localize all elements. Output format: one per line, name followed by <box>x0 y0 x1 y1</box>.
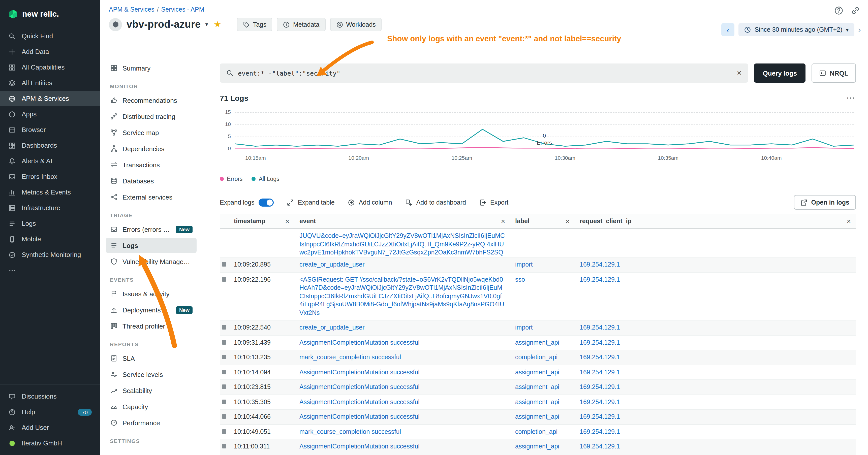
log-ip-link[interactable]: 169.254.129.1 <box>575 335 856 350</box>
column-header-event[interactable]: event × <box>294 217 510 225</box>
clear-query-icon[interactable]: × <box>737 68 742 77</box>
log-ip-link[interactable]: 169.254.129.1 <box>575 258 856 272</box>
tags-button[interactable]: Tags <box>237 18 273 31</box>
log-row[interactable]: 10:10:35.305AssignmentCompletionMutation… <box>220 395 856 410</box>
log-ip-link[interactable]: 169.254.129.1 <box>575 321 856 335</box>
severity-indicator[interactable] <box>222 399 226 404</box>
sidebar-item-dependencies[interactable]: Dependencies <box>106 141 196 156</box>
log-row[interactable]: 10:11:00.311AssignmentCompletionMutation… <box>220 440 856 454</box>
log-label-link[interactable]: sso <box>510 272 575 287</box>
open-in-logs-button[interactable]: Open in logs <box>794 195 856 209</box>
sidebar-item-databases[interactable]: Databases <box>106 173 196 189</box>
legend-errors[interactable]: Errors <box>220 176 243 182</box>
global-nav-mobile[interactable]: Mobile <box>0 231 100 247</box>
log-row[interactable]: 10:10:49.051mark_course_completion succe… <box>220 424 856 440</box>
global-nav-alerts-ai[interactable]: Alerts & AI <box>0 153 100 169</box>
global-nav-quick-find[interactable]: Quick Find <box>0 28 100 44</box>
log-row[interactable]: 10:10:23.815AssignmentCompletionMutation… <box>220 380 856 395</box>
sidebar-item-sla[interactable]: SLA <box>106 351 196 366</box>
log-ip-link[interactable]: 169.254.129.1 <box>575 272 856 287</box>
log-row[interactable]: 10:09:22.196<ASGIRequest: GET '/sso/call… <box>220 272 856 321</box>
severity-indicator[interactable] <box>222 355 226 359</box>
log-label-link[interactable]: completion_api <box>510 424 575 439</box>
sidebar-item-distributed-tracing[interactable]: Distributed tracing <box>106 109 196 124</box>
log-label-link[interactable]: assignment_api <box>510 335 575 350</box>
global-nav-all-capabilities[interactable]: All Capabilities <box>0 60 100 75</box>
log-row[interactable]: 10:09:20.895create_or_update_userimport1… <box>220 258 856 272</box>
global-nav-add-user[interactable]: Add User <box>0 420 100 435</box>
log-event-link[interactable]: AssignmentCompletionMutation successful <box>294 380 510 394</box>
add-column-button[interactable]: Add column <box>348 199 392 206</box>
new-relic-logo[interactable]: new relic. <box>0 7 100 28</box>
column-header-label[interactable]: label × <box>510 217 575 225</box>
sidebar-item-external-services[interactable]: External services <box>106 190 196 204</box>
global-nav-iterativ-gmbh[interactable]: Iterativ GmbH <box>0 435 100 451</box>
severity-indicator[interactable] <box>222 429 226 433</box>
sidebar-item-deployments[interactable]: DeploymentsNew <box>106 302 196 318</box>
log-row[interactable]: 10:09:31.439AssignmentCompletionMutation… <box>220 335 856 350</box>
favorite-star-icon[interactable]: ★ <box>214 19 221 30</box>
severity-indicator[interactable] <box>222 262 226 266</box>
sidebar-item-service-levels[interactable]: Service levels <box>106 367 196 382</box>
toggle-switch-icon[interactable] <box>258 198 274 206</box>
log-event-link[interactable]: AssignmentCompletionMutation successful <box>294 365 510 380</box>
global-nav-metrics-events[interactable]: Metrics & Events <box>0 185 100 200</box>
log-event-link[interactable]: AssignmentCompletionMutation successful <box>294 335 510 350</box>
severity-indicator[interactable] <box>222 277 226 282</box>
log-event-link[interactable]: create_or_update_user <box>294 321 510 335</box>
severity-indicator[interactable] <box>222 325 226 329</box>
global-nav-apm-services[interactable]: APM & Services <box>0 91 100 106</box>
sidebar-item-issues-activity[interactable]: Issues & activity <box>106 286 196 301</box>
global-nav-dashboards[interactable]: Dashboards <box>0 137 100 153</box>
expand-table-button[interactable]: Expand table <box>287 199 335 206</box>
global-nav-logs[interactable]: Logs <box>0 216 100 231</box>
log-ip-link[interactable]: 169.254.129.1 <box>575 424 856 439</box>
sidebar-item-service-map[interactable]: Service map <box>106 125 196 140</box>
global-nav-discussions[interactable]: Discussions <box>0 389 100 404</box>
global-nav-more[interactable] <box>0 262 100 278</box>
add-to-dashboard-button[interactable]: Add to dashboard <box>405 199 466 206</box>
log-event-link[interactable]: JUQVU&code=eyJraWQiOiJjcGltY29yZV8wOTl1M… <box>294 229 510 258</box>
log-label-link[interactable]: assignment_api <box>510 410 575 424</box>
permalink-icon[interactable] <box>851 6 860 15</box>
legend-all-logs[interactable]: All Logs <box>252 176 279 182</box>
global-nav-add-data[interactable]: Add Data <box>0 44 100 60</box>
sidebar-item-performance[interactable]: Performance <box>106 415 196 430</box>
sidebar-item-logs[interactable]: Logs <box>106 238 196 253</box>
log-event-link[interactable]: create_or_update_user <box>294 258 510 272</box>
query-logs-button[interactable]: Query logs <box>754 64 806 83</box>
global-nav-synthetic-monitoring[interactable]: Synthetic Monitoring <box>0 247 100 262</box>
export-button[interactable]: Export <box>479 199 508 206</box>
log-row[interactable]: 10:10:44.066AssignmentCompletionMutation… <box>220 410 856 424</box>
sidebar-item-errors-errors-inb[interactable]: Errors (errors inb...New <box>106 222 196 237</box>
remove-column-icon[interactable]: × <box>501 217 505 225</box>
log-row[interactable]: 10:10:14.094AssignmentCompletionMutation… <box>220 365 856 380</box>
log-event-link[interactable]: AssignmentCompletionMutation successful <box>294 440 510 454</box>
time-back-button[interactable]: ‹ <box>721 23 735 36</box>
breadcrumb-link-apm-services[interactable]: APM & Services <box>109 6 155 13</box>
global-nav-help[interactable]: Help70 <box>0 404 100 420</box>
log-label-link[interactable]: import <box>510 258 575 272</box>
log-ip-link[interactable]: 169.254.129.1 <box>575 350 856 364</box>
log-label-link[interactable]: assignment_api <box>510 440 575 454</box>
global-nav-infrastructure[interactable]: Infrastructure <box>0 200 100 216</box>
log-label-link[interactable]: completion_api <box>510 350 575 364</box>
severity-indicator[interactable] <box>222 385 226 389</box>
expand-logs-toggle[interactable]: Expand logs <box>220 198 274 206</box>
log-event-link[interactable]: mark_course_completion successful <box>294 424 510 439</box>
log-row[interactable]: 10:09:22.540create_or_update_userimport1… <box>220 321 856 335</box>
column-header-timestamp[interactable]: timestamp × <box>229 217 294 225</box>
severity-indicator[interactable] <box>222 340 226 345</box>
sidebar-item-transactions[interactable]: Transactions <box>106 157 196 172</box>
log-label-link[interactable]: import <box>510 321 575 335</box>
time-picker[interactable]: Since 30 minutes ago (GMT+2) ▾ <box>739 23 854 36</box>
global-nav-browser[interactable]: Browser <box>0 122 100 137</box>
workloads-button[interactable]: Workloads <box>330 18 382 31</box>
severity-indicator[interactable] <box>222 414 226 419</box>
log-event-link[interactable]: AssignmentCompletionMutation successful <box>294 395 510 409</box>
logs-query-input[interactable] <box>238 69 733 77</box>
entity-switcher-caret-icon[interactable]: ▾ <box>206 21 208 28</box>
remove-column-icon[interactable]: × <box>847 217 851 225</box>
log-label-link[interactable]: assignment_api <box>510 365 575 380</box>
remove-column-icon[interactable]: × <box>565 217 569 225</box>
